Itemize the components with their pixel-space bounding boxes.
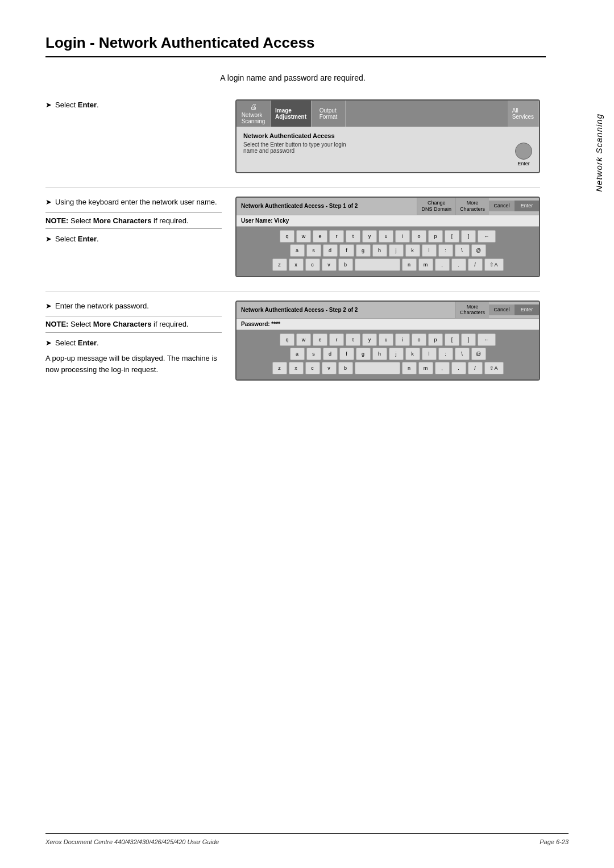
key-space-2[interactable]	[355, 362, 400, 374]
key-g2[interactable]: g	[356, 348, 371, 360]
key-w[interactable]: w	[296, 230, 311, 243]
enter-btn-keyboard-2[interactable]: Enter	[514, 304, 539, 315]
section-1: ➤ Select Enter. 🖨 NetworkScanning ImageA…	[45, 99, 540, 173]
key-j2[interactable]: j	[389, 348, 404, 360]
key-n[interactable]: n	[402, 258, 417, 271]
key-backslash2[interactable]: \	[455, 348, 470, 360]
sidebar-network-scanning-label: Network Scanning	[594, 114, 604, 192]
arrow-icon-3: ➤	[45, 233, 52, 245]
key-j[interactable]: j	[389, 244, 404, 257]
key-t2[interactable]: t	[346, 333, 360, 346]
key-rbracket2[interactable]: ]	[461, 333, 476, 346]
key-z2[interactable]: z	[272, 362, 287, 374]
key-period[interactable]: .	[451, 258, 466, 271]
key-n2[interactable]: n	[402, 362, 417, 374]
key-b[interactable]: b	[338, 258, 353, 271]
key-backslash[interactable]: \	[455, 244, 470, 257]
key-r2[interactable]: r	[329, 333, 344, 346]
keyboard-header-title-2: Network Authenticated Access - Step 2 of…	[237, 304, 455, 316]
key-period2[interactable]: .	[451, 362, 466, 374]
key-i2[interactable]: i	[395, 333, 410, 346]
more-characters-btn-1[interactable]: MoreCharacters	[455, 198, 489, 215]
page-footer: Xerox Document Centre 440/432/430/426/42…	[45, 833, 569, 845]
key-slash[interactable]: /	[468, 258, 483, 271]
key-y2[interactable]: y	[362, 333, 377, 346]
key-i[interactable]: i	[395, 230, 410, 243]
more-characters-btn-2[interactable]: MoreCharacters	[455, 302, 489, 319]
key-shift-2[interactable]: ⇧A	[484, 362, 504, 374]
key-o2[interactable]: o	[412, 333, 426, 346]
cancel-btn-1[interactable]: Cancel	[489, 201, 514, 211]
key-s[interactable]: s	[306, 244, 321, 257]
key-p2[interactable]: p	[428, 333, 443, 346]
key-k2[interactable]: k	[405, 348, 420, 360]
key-h[interactable]: h	[372, 244, 387, 257]
key-k[interactable]: k	[405, 244, 420, 257]
key-colon[interactable]: :	[438, 244, 453, 257]
key-v2[interactable]: v	[322, 362, 337, 374]
key-r[interactable]: r	[329, 230, 344, 243]
section-1-instructions: ➤ Select Enter.	[45, 99, 222, 115]
arrow-icon-5: ➤	[45, 337, 52, 349]
key-f[interactable]: f	[339, 244, 354, 257]
key-e[interactable]: e	[313, 230, 327, 243]
key-w2[interactable]: w	[296, 333, 311, 346]
key-v[interactable]: v	[322, 258, 337, 271]
key-c2[interactable]: c	[305, 362, 320, 374]
key-x2[interactable]: x	[289, 362, 304, 374]
key-t[interactable]: t	[346, 230, 360, 243]
key-backspace-2[interactable]: ←	[478, 333, 496, 346]
key-z[interactable]: z	[272, 258, 287, 271]
key-c[interactable]: c	[305, 258, 320, 271]
key-backspace-1[interactable]: ←	[478, 230, 496, 243]
key-e2[interactable]: e	[313, 333, 327, 346]
key-x[interactable]: x	[289, 258, 304, 271]
keyboard-row-p3: z x c v b n m , . / ⇧A	[240, 362, 536, 374]
key-rbracket[interactable]: ]	[461, 230, 476, 243]
key-colon2[interactable]: :	[438, 348, 453, 360]
change-dns-domain-btn[interactable]: ChangeDNS Domain	[417, 198, 455, 215]
enter-button-label-1: Enter	[517, 161, 530, 166]
key-space-1[interactable]	[355, 258, 400, 271]
key-d2[interactable]: d	[323, 348, 338, 360]
key-comma[interactable]: ,	[435, 258, 450, 271]
key-d[interactable]: d	[323, 244, 338, 257]
key-at2[interactable]: @	[471, 348, 486, 360]
key-h2[interactable]: h	[372, 348, 387, 360]
key-lbracket2[interactable]: [	[445, 333, 459, 346]
enter-btn-keyboard-1[interactable]: Enter	[514, 201, 539, 211]
key-m2[interactable]: m	[418, 362, 433, 374]
key-lbracket[interactable]: [	[445, 230, 459, 243]
key-p[interactable]: p	[428, 230, 443, 243]
key-comma2[interactable]: ,	[435, 362, 450, 374]
tab-output-format[interactable]: OutputFormat	[312, 101, 346, 127]
key-y[interactable]: y	[362, 230, 377, 243]
key-m[interactable]: m	[418, 258, 433, 271]
popup-note: A pop-up message will be displayed. The …	[45, 353, 222, 375]
key-u[interactable]: u	[379, 230, 393, 243]
key-a[interactable]: a	[290, 244, 305, 257]
key-o[interactable]: o	[412, 230, 426, 243]
key-u2[interactable]: u	[379, 333, 393, 346]
key-slash2[interactable]: /	[468, 362, 483, 374]
key-q2[interactable]: q	[280, 333, 294, 346]
key-q[interactable]: q	[280, 230, 294, 243]
arrow-icon-1: ➤	[45, 99, 52, 111]
key-l[interactable]: l	[422, 244, 437, 257]
key-l2[interactable]: l	[422, 348, 437, 360]
key-b2[interactable]: b	[338, 362, 353, 374]
instruction-keyboard-enter: ➤ Using the keyboard enter the network u…	[45, 197, 222, 208]
tab-image-adjustment[interactable]: ImageAdjustment	[271, 101, 312, 127]
key-s2[interactable]: s	[306, 348, 321, 360]
tab-all-services[interactable]: AllServices	[508, 101, 539, 127]
enter-button-circle[interactable]	[515, 143, 532, 160]
key-f2[interactable]: f	[339, 348, 354, 360]
key-g[interactable]: g	[356, 244, 371, 257]
key-a2[interactable]: a	[290, 348, 305, 360]
key-at[interactable]: @	[471, 244, 486, 257]
tab-network-scanning[interactable]: 🖨 NetworkScanning	[237, 101, 271, 127]
cancel-btn-2[interactable]: Cancel	[489, 304, 514, 315]
content-area: A login name and password are required. …	[45, 73, 540, 381]
key-shift-1[interactable]: ⇧A	[484, 258, 504, 271]
instruction-enter-password: ➤ Enter the network password.	[45, 301, 222, 312]
